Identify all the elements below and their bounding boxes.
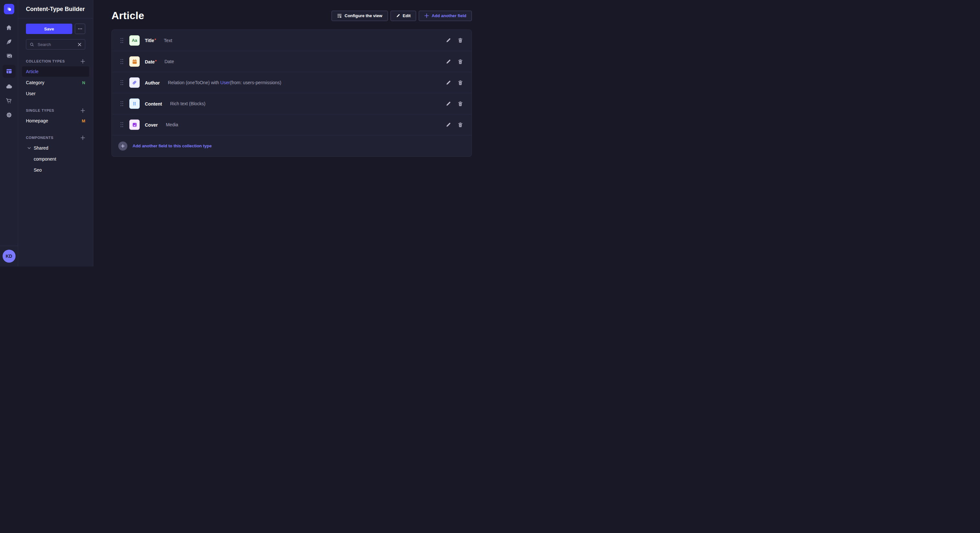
search-box — [26, 39, 85, 49]
field-name: Date* — [145, 59, 156, 65]
app-root: KD Content-Type Builder Save — [0, 0, 490, 266]
item-label: User — [26, 91, 36, 96]
pencil-icon — [445, 38, 451, 43]
section-collection-types: COLLECTION TYPES Article Category N User — [26, 58, 85, 99]
trash-icon — [458, 80, 463, 86]
clear-search-button[interactable] — [78, 43, 82, 47]
add-field-circle-button[interactable] — [118, 141, 127, 151]
nav-cloud-icon[interactable] — [3, 81, 16, 92]
item-label: Category — [26, 80, 45, 85]
plus-icon — [121, 144, 125, 148]
item-label: Shared — [34, 145, 48, 151]
delete-field-button[interactable] — [457, 121, 464, 128]
field-name: Content — [145, 101, 162, 106]
page-title-sidebar: Content-Type Builder — [18, 0, 93, 19]
edit-label: Edit — [403, 13, 411, 18]
plus-icon — [80, 135, 85, 140]
sidebar-item-category[interactable]: Category N — [22, 78, 89, 88]
sidebar-item-user[interactable]: User — [22, 89, 89, 99]
date-field-icon — [129, 56, 140, 67]
field-name: Cover — [145, 122, 158, 128]
field-type: Date — [164, 59, 174, 64]
configure-view-label: Configure the view — [345, 13, 382, 18]
edit-field-button[interactable] — [445, 37, 452, 44]
drag-handle-icon[interactable] — [119, 79, 124, 86]
sidebar-body: Save — [18, 19, 93, 181]
delete-field-button[interactable] — [457, 58, 464, 65]
rail-footer: KD — [0, 246, 18, 266]
chevron-down-icon — [27, 146, 31, 150]
plus-icon — [424, 13, 429, 18]
edit-field-button[interactable] — [445, 100, 452, 107]
nav-media-library-icon[interactable] — [3, 51, 16, 62]
sidebar-item-homepage[interactable]: Homepage M — [22, 116, 89, 126]
strapi-logo-icon — [6, 6, 12, 12]
search-icon — [30, 42, 34, 47]
field-type: Rich text (Blocks) — [170, 101, 205, 106]
status-badge: M — [82, 119, 85, 124]
ellipsis-icon — [78, 26, 83, 32]
status-badge: N — [82, 80, 85, 85]
rail-nav — [3, 22, 16, 246]
section-label: COMPONENTS — [26, 136, 54, 140]
field-type: Media — [166, 122, 178, 127]
drag-handle-icon[interactable] — [119, 100, 124, 107]
pencil-icon — [445, 59, 451, 65]
nav-content-feather-icon[interactable] — [3, 36, 16, 47]
sidebar-item-component[interactable]: component — [22, 154, 89, 164]
relation-target-link: User — [220, 80, 230, 85]
main-header: Article Configure the view Edit — [111, 10, 472, 22]
edit-button[interactable]: Edit — [390, 11, 417, 21]
delete-field-button[interactable] — [457, 79, 464, 86]
table-row-cover: Cover Media — [112, 114, 471, 135]
add-single-type-button[interactable] — [80, 108, 85, 113]
add-component-button[interactable] — [80, 135, 85, 140]
sidebar-item-article[interactable]: Article — [22, 67, 89, 77]
drag-handle-icon[interactable] — [119, 121, 124, 128]
section-label: COLLECTION TYPES — [26, 59, 65, 63]
more-options-button[interactable] — [75, 24, 85, 34]
configure-list-icon — [337, 13, 342, 18]
item-label: Homepage — [26, 118, 48, 124]
blocks-field-icon — [129, 98, 140, 109]
nav-settings-gear-icon[interactable] — [3, 109, 16, 121]
delete-field-button[interactable] — [457, 100, 464, 107]
drag-handle-icon[interactable] — [119, 58, 124, 65]
search-input[interactable] — [37, 42, 75, 47]
nav-content-type-builder-icon[interactable] — [3, 65, 16, 78]
nav-home-icon[interactable] — [3, 22, 16, 33]
trash-icon — [458, 59, 463, 65]
sidebar-item-seo[interactable]: Seo — [22, 165, 89, 175]
strapi-logo[interactable] — [4, 4, 14, 14]
pencil-icon — [396, 14, 400, 18]
delete-field-button[interactable] — [457, 37, 464, 44]
avatar[interactable]: KD — [3, 250, 16, 263]
field-name: Title* — [145, 38, 156, 43]
nav-marketplace-cart-icon[interactable] — [3, 95, 16, 106]
nav-rail: KD — [0, 0, 18, 266]
add-another-field-button[interactable]: Add another field — [419, 11, 472, 21]
add-field-to-collection-link[interactable]: Add another field to this collection typ… — [132, 143, 212, 148]
item-label: component — [34, 156, 56, 162]
field-name: Author — [145, 80, 160, 86]
add-another-field-label: Add another field — [432, 13, 466, 18]
table-footer: Add another field to this collection typ… — [112, 135, 471, 156]
table-row-title: Aa Title* Text — [112, 30, 471, 51]
sidebar-item-shared[interactable]: Shared — [22, 143, 89, 153]
drag-handle-icon[interactable] — [119, 37, 124, 44]
field-type: Relation (oneToOne) with User(from: user… — [168, 80, 281, 85]
section-single-types: SINGLE TYPES Homepage M — [26, 107, 85, 126]
edit-field-button[interactable] — [445, 121, 452, 128]
plus-icon — [80, 59, 85, 64]
table-row-author: Author Relation (oneToOne) with User(fro… — [112, 72, 471, 93]
add-collection-type-button[interactable] — [80, 59, 85, 64]
edit-field-button[interactable] — [445, 58, 452, 65]
main-content: Article Configure the view Edit — [93, 0, 490, 266]
configure-view-button[interactable]: Configure the view — [331, 11, 388, 21]
close-icon — [78, 43, 82, 47]
item-label: Article — [26, 69, 38, 74]
section-label: SINGLE TYPES — [26, 108, 54, 113]
save-button[interactable]: Save — [26, 24, 72, 34]
section-components: COMPONENTS Shared component Seo — [26, 134, 85, 175]
edit-field-button[interactable] — [445, 79, 452, 86]
